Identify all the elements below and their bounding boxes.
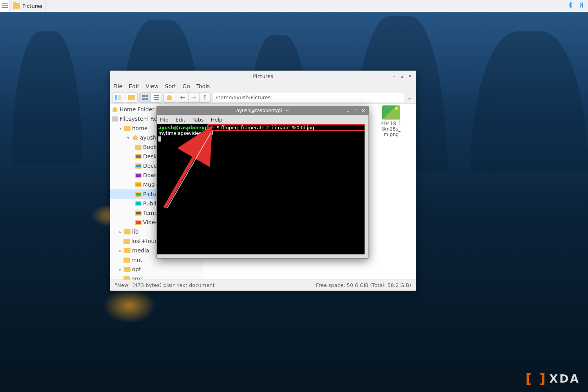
fm-menu-file[interactable]: File (113, 83, 122, 89)
fm-menu-view[interactable]: View (146, 83, 159, 89)
svg-rect-2 (2, 7, 8, 8)
back-button[interactable]: ← (177, 93, 188, 102)
terminal-close-button[interactable]: ✕ (360, 107, 367, 114)
network-icon[interactable] (578, 2, 585, 10)
tree-opt[interactable]: ▸opt (110, 265, 204, 274)
terminal-minimize-button[interactable]: ⌄ (344, 107, 351, 114)
bluetooth-icon[interactable] (567, 2, 574, 10)
up-button[interactable]: ↑ (199, 93, 210, 102)
term-menu-help[interactable]: Help (211, 117, 223, 123)
image-thumbnail-icon (382, 105, 400, 120)
taskbar: >_ ayush@raspberrypi: ~ Pictures (0, 0, 588, 12)
home-button[interactable] (164, 93, 175, 102)
forward-button[interactable]: → (188, 93, 199, 102)
home-icon (132, 135, 138, 140)
svg-rect-10 (154, 97, 159, 98)
terminal-window: ayush@raspberrypi: ~ ⌄ ⌃ ✕ File Edit Tab… (156, 106, 369, 259)
app-menu-button[interactable] (0, 0, 10, 12)
terminal-menubar: File Edit Tabs Help (157, 115, 368, 124)
svg-rect-6 (145, 95, 148, 97)
fm-menu-edit[interactable]: Edit (129, 83, 139, 89)
fm-title-text: Pictures (253, 73, 273, 79)
tree-proc[interactable]: proc (110, 274, 204, 279)
svg-rect-1 (2, 5, 8, 6)
svg-rect-4 (118, 95, 122, 100)
bracket-icon: [ ] (526, 371, 547, 387)
fm-toolbar: ← → ↑ /home/ayush/Pictures ⌄ (110, 91, 416, 104)
terminal-titlebar[interactable]: ayush@raspberrypi: ~ ⌄ ⌃ ✕ (157, 106, 368, 115)
address-history-button[interactable]: ⌄ (406, 94, 414, 101)
home-icon (112, 107, 118, 112)
prompt-path: ~ (211, 125, 215, 131)
term-menu-tabs[interactable]: Tabs (192, 117, 204, 123)
status-right: Free space: 50.6 GiB (Total: 58.2 GiB) (316, 282, 411, 288)
term-menu-edit[interactable]: Edit (176, 117, 185, 123)
sidebar-toggle-button[interactable] (113, 93, 124, 102)
svg-rect-8 (145, 98, 148, 100)
taskbar-pictures-task[interactable]: Pictures (10, 0, 46, 12)
minimize-button[interactable]: – (391, 73, 398, 80)
new-folder-button[interactable] (126, 93, 137, 102)
status-left: "New" (473 bytes) plain text document (115, 282, 215, 288)
prompt-host: ayush@raspberrypi (158, 125, 210, 131)
system-tray (564, 2, 588, 10)
list-view-button[interactable] (151, 93, 162, 102)
maximize-button[interactable]: ▴ (399, 73, 406, 80)
svg-rect-5 (142, 95, 145, 97)
xda-watermark: [ ] XDA (526, 371, 580, 387)
svg-rect-0 (2, 4, 8, 4)
svg-rect-11 (154, 99, 159, 100)
terminal-maximize-button[interactable]: ⌃ (352, 107, 359, 114)
term-menu-file[interactable]: File (160, 117, 169, 123)
close-button[interactable]: ✕ (407, 73, 414, 80)
fm-menubar: File Edit View Sort Go Tools (110, 81, 416, 91)
fm-menu-go[interactable]: Go (183, 83, 190, 89)
icon-view-button[interactable] (140, 93, 151, 102)
folder-icon (13, 3, 20, 9)
terminal-title-text: ayush@raspberrypi: ~ (236, 108, 289, 113)
svg-rect-9 (154, 95, 159, 96)
svg-rect-7 (142, 98, 145, 100)
fm-titlebar[interactable]: Pictures – ▴ ✕ (110, 71, 416, 81)
disk-icon (112, 116, 118, 122)
svg-rect-3 (115, 95, 117, 100)
cursor (158, 136, 161, 142)
fm-menu-tools[interactable]: Tools (196, 83, 210, 89)
terminal-body[interactable]: ayush@raspberrypi:~ $ ffmpeg -framerate … (157, 124, 368, 258)
file-item[interactable]: 40418_1 8m28s_ m.png (370, 105, 413, 137)
address-bar[interactable]: /home/ayush/Pictures (212, 93, 404, 102)
taskbar-pictures-label: Pictures (22, 3, 42, 9)
fm-statusbar: "New" (473 bytes) plain text document Fr… (110, 279, 416, 290)
fm-menu-sort[interactable]: Sort (165, 83, 176, 89)
